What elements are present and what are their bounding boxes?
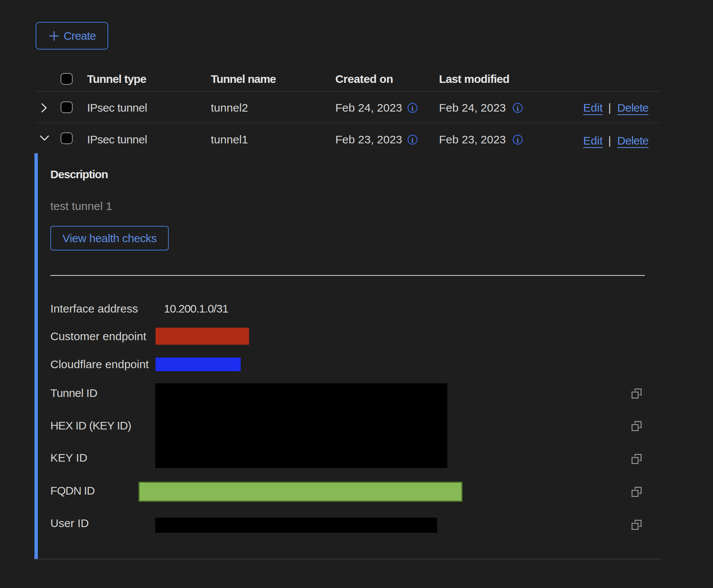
svg-text:i: i: [411, 104, 413, 112]
svg-text:i: i: [517, 104, 518, 112]
svg-text:i: i: [517, 136, 518, 144]
svg-text:i: i: [411, 136, 413, 144]
